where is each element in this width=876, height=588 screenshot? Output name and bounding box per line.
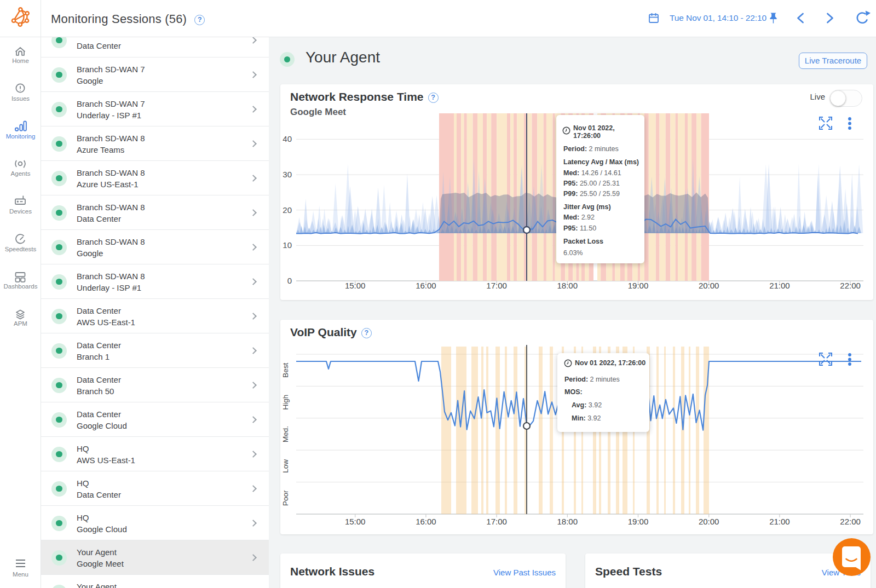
svg-text:Poor: Poor bbox=[281, 490, 290, 506]
svg-text:19:00: 19:00 bbox=[628, 281, 649, 290]
svg-text:15:00: 15:00 bbox=[345, 281, 366, 290]
svg-text:20:00: 20:00 bbox=[699, 281, 719, 290]
svg-text:18:00: 18:00 bbox=[557, 281, 578, 290]
svg-text:22:00: 22:00 bbox=[840, 517, 861, 526]
svg-text:21:00: 21:00 bbox=[769, 517, 790, 526]
svg-text:18:00: 18:00 bbox=[557, 517, 578, 526]
svg-text:Low: Low bbox=[281, 459, 290, 473]
svg-text:30: 30 bbox=[283, 170, 292, 179]
svg-text:19:00: 19:00 bbox=[628, 517, 649, 526]
svg-text:20: 20 bbox=[283, 205, 292, 215]
svg-text:21:00: 21:00 bbox=[769, 281, 790, 290]
svg-text:40: 40 bbox=[283, 134, 292, 143]
svg-text:17:00: 17:00 bbox=[486, 517, 507, 526]
svg-text:High: High bbox=[281, 395, 290, 410]
svg-text:17:00: 17:00 bbox=[486, 281, 507, 290]
svg-text:22:00: 22:00 bbox=[840, 281, 861, 290]
svg-text:15:00: 15:00 bbox=[345, 517, 366, 526]
svg-text:16:00: 16:00 bbox=[416, 517, 436, 526]
svg-text:0: 0 bbox=[287, 276, 292, 285]
svg-text:10: 10 bbox=[283, 240, 292, 250]
svg-text:Best: Best bbox=[281, 362, 290, 377]
svg-text:16:00: 16:00 bbox=[416, 281, 436, 290]
svg-text:20:00: 20:00 bbox=[699, 517, 719, 526]
svg-text:Med.: Med. bbox=[281, 426, 290, 442]
